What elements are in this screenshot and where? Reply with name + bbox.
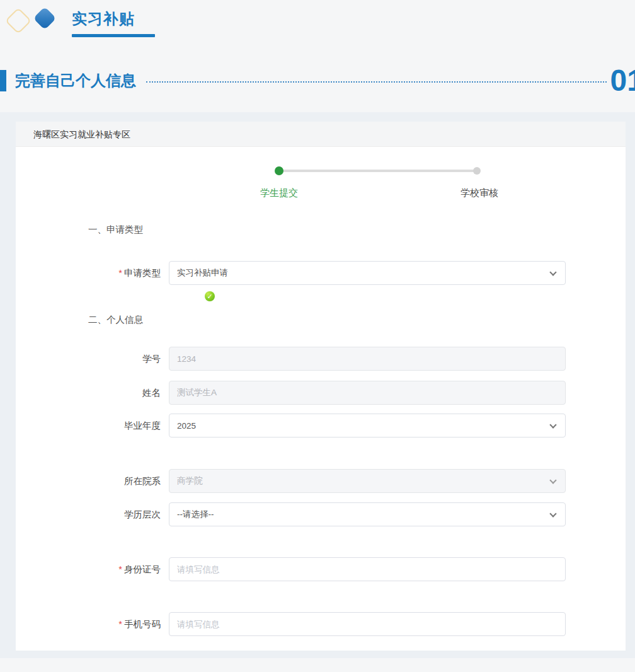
- form-row-graduation-year: 毕业年度 2025: [16, 414, 626, 437]
- department-selected-value: 商学院: [177, 475, 203, 487]
- group-title-personal-info: 二、个人信息: [88, 314, 626, 326]
- required-asterisk: *: [118, 619, 122, 629]
- graduation-year-select[interactable]: 2025: [169, 414, 566, 437]
- department-select: 商学院: [169, 469, 566, 493]
- section-title: 完善自己个人信息: [15, 71, 136, 91]
- logo-diamond-outline-icon: [5, 8, 31, 34]
- field-label-phone-number: *手机号码: [16, 618, 169, 630]
- form-row-id-number: *身份证号: [16, 557, 626, 581]
- form-row-student-name: 姓名: [16, 381, 626, 405]
- success-check-icon: [205, 291, 215, 301]
- top-header: 实习补贴: [0, 0, 635, 63]
- group-title-application-type: 一、申请类型: [88, 224, 626, 236]
- form-row-department: 所在院系 商学院: [16, 469, 626, 493]
- form-row-student-id: 学号: [16, 347, 626, 371]
- form-row-application-type: *申请类型 实习补贴申请: [16, 261, 626, 285]
- form-row-education-level: 学历层次 --请选择--: [16, 502, 626, 526]
- chevron-down-icon: [549, 421, 556, 428]
- section-header: 完善自己个人信息 01: [0, 63, 635, 98]
- field-label-id-number: *身份证号: [16, 564, 169, 576]
- application-type-select[interactable]: 实习补贴申请: [169, 261, 566, 285]
- student-name-input: [169, 381, 566, 405]
- required-asterisk: *: [118, 268, 122, 278]
- student-id-input: [169, 347, 566, 371]
- step-label-student-submit: 学生提交: [250, 187, 308, 199]
- field-label-department: 所在院系: [16, 475, 169, 487]
- chevron-down-icon: [549, 477, 556, 484]
- phone-number-input[interactable]: [169, 612, 566, 636]
- field-label-student-id: 学号: [16, 353, 169, 365]
- subsidy-form-card: 海曙区实习就业补贴专区 学生提交 学校审核 一、申请类型 *申请类型 实习补贴申…: [16, 122, 626, 651]
- step-dot-student-submit: [275, 166, 283, 175]
- card-header-title: 海曙区实习就业补贴专区: [16, 122, 626, 147]
- page-title: 实习补贴: [72, 9, 155, 29]
- graduation-year-selected-value: 2025: [177, 421, 196, 431]
- field-label-application-type: *申请类型: [16, 267, 169, 279]
- logo-diamond-filled-icon: [33, 7, 57, 30]
- chevron-down-icon: [549, 510, 556, 517]
- education-level-select[interactable]: --请选择--: [169, 502, 566, 526]
- field-label-education-level: 学历层次: [16, 509, 169, 521]
- validation-row: [205, 290, 626, 300]
- page-title-underline: [72, 34, 155, 37]
- content-container: 海曙区实习就业补贴专区 学生提交 学校审核 一、申请类型 *申请类型 实习补贴申…: [0, 112, 635, 658]
- progress-stepper: 学生提交 学校审核: [16, 147, 626, 210]
- section-accent-bar: [0, 70, 6, 91]
- step-dot-school-review: [473, 167, 481, 175]
- app-logo: [5, 8, 60, 40]
- form-row-phone-number: *手机号码: [16, 612, 626, 636]
- education-level-selected-value: --请选择--: [177, 509, 214, 520]
- field-label-student-name: 姓名: [16, 387, 169, 399]
- section-number: 01: [610, 66, 635, 96]
- chevron-down-icon: [549, 269, 556, 275]
- field-label-graduation-year: 毕业年度: [16, 420, 169, 432]
- stepper-line: [279, 170, 477, 172]
- application-type-selected-value: 实习补贴申请: [177, 267, 228, 279]
- id-number-input[interactable]: [169, 557, 566, 581]
- section-dotted-line: [146, 81, 607, 83]
- step-label-school-review: 学校审核: [450, 187, 508, 199]
- required-asterisk: *: [118, 564, 122, 574]
